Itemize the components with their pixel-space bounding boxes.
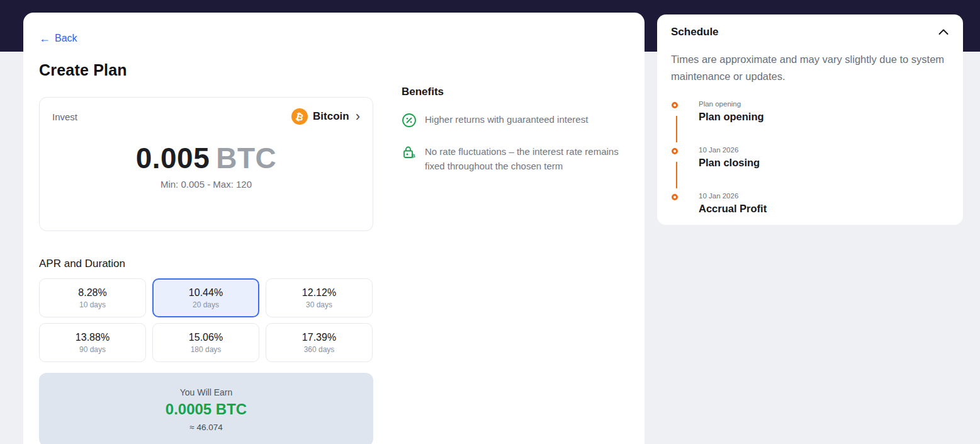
benefit-text: Higher returns with guaranteed interest (425, 112, 588, 127)
apr-duration: 10 days (79, 300, 106, 309)
bitcoin-icon: ₿ (291, 108, 308, 125)
percent-circle-icon (402, 113, 417, 130)
benefit-item-guaranteed-interest: Higher returns with guaranteed interest (402, 112, 634, 130)
chevron-right-icon: › (356, 110, 360, 123)
back-label: Back (55, 33, 77, 44)
timeline-item-plan-opening: Plan opening Plan opening (671, 100, 949, 135)
invest-amount-card: Invest ₿ Bitcoin › 0.005BTC Min: 0.005 -… (39, 97, 373, 231)
benefits-heading: Benefits (402, 86, 634, 98)
timeline-item-title: Plan closing (699, 157, 949, 169)
apr-options-grid: 8.28% 10 days 10.44% 20 days 12.12% 30 d… (39, 278, 629, 362)
apr-rate: 13.88% (76, 332, 110, 343)
timeline-item-title: Accrual Profit (699, 203, 949, 215)
schedule-panel: Schedule Times are approximate and may v… (657, 14, 963, 225)
chevron-up-icon (938, 28, 949, 37)
timeline-dot-icon (672, 148, 678, 154)
invest-amount-input[interactable]: 0.005BTC (52, 141, 360, 175)
asset-name: Bitcoin (313, 110, 349, 123)
benefits-section: Benefits Higher returns with guaranteed … (402, 86, 634, 174)
timeline-item-title: Plan opening (699, 111, 949, 123)
lock-bitcoin-icon: ₿ (402, 145, 417, 162)
timeline-item-label: Plan opening (699, 100, 949, 108)
apr-option-360-days[interactable]: 17.39% 360 days (266, 323, 373, 362)
timeline-dot-icon (672, 194, 678, 200)
schedule-timeline: Plan opening Plan opening 10 Jan 2026 Pl… (671, 100, 949, 222)
apr-duration-heading: APR and Duration (39, 258, 629, 270)
back-arrow-icon: ← (39, 33, 50, 44)
apr-duration: 20 days (193, 300, 219, 309)
earn-approx-value: ≈ 46.074 (189, 423, 222, 432)
timeline-item-label: 10 Jan 2026 (699, 146, 949, 154)
create-plan-card: ← Back Create Plan Invest ₿ Bitcoin › 0.… (23, 13, 645, 444)
earn-label: You Will Earn (180, 387, 233, 397)
asset-selector[interactable]: ₿ Bitcoin › (291, 108, 360, 125)
apr-duration: 360 days (304, 345, 335, 354)
apr-option-180-days[interactable]: 15.06% 180 days (152, 323, 259, 362)
schedule-note: Times are approximate and may vary sligh… (671, 51, 949, 85)
amount-limits: Min: 0.005 - Max: 120 (52, 179, 360, 190)
benefit-item-fixed-rate: ₿ No rate fluctuations – the interest ra… (402, 144, 634, 174)
timeline-item-plan-closing: 10 Jan 2026 Plan closing (671, 146, 949, 181)
you-will-earn-box: You Will Earn 0.0005 BTC ≈ 46.074 (39, 373, 373, 444)
schedule-heading: Schedule (671, 26, 719, 38)
apr-duration: 180 days (191, 345, 222, 354)
apr-option-10-days[interactable]: 8.28% 10 days (39, 278, 146, 317)
benefit-text: No rate fluctuations – the interest rate… (425, 144, 620, 174)
svg-text:₿: ₿ (411, 153, 415, 159)
apr-rate: 12.12% (302, 287, 336, 299)
apr-rate: 17.39% (302, 332, 336, 343)
invest-label: Invest (52, 111, 77, 122)
page-title: Create Plan (39, 61, 629, 79)
apr-option-20-days-selected[interactable]: 10.44% 20 days (152, 278, 259, 317)
timeline-item-label: 10 Jan 2026 (699, 192, 949, 200)
apr-option-30-days[interactable]: 12.12% 30 days (266, 278, 373, 317)
earn-amount: 0.0005 BTC (166, 401, 247, 418)
amount-currency: BTC (216, 142, 276, 174)
apr-option-90-days[interactable]: 13.88% 90 days (39, 323, 146, 362)
timeline-dot-icon (672, 102, 678, 108)
collapse-schedule-button[interactable] (938, 28, 949, 37)
apr-rate: 10.44% (189, 287, 223, 299)
apr-duration: 30 days (306, 300, 332, 309)
amount-value: 0.005 (136, 142, 210, 174)
back-button[interactable]: ← Back (39, 33, 77, 44)
apr-rate: 8.28% (78, 287, 106, 299)
apr-rate: 15.06% (189, 332, 223, 343)
timeline-item-accrual-profit: 10 Jan 2026 Accrual Profit (671, 192, 949, 222)
apr-duration: 90 days (79, 345, 106, 354)
